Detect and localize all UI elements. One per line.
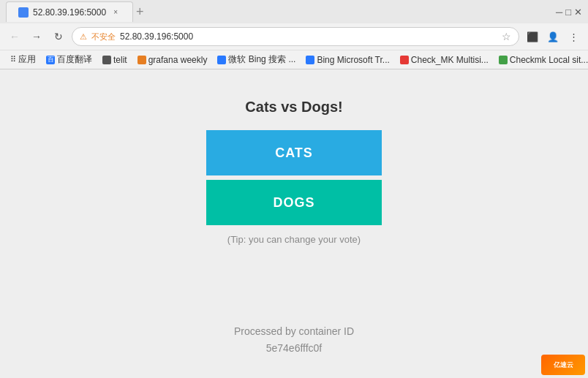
dogs-vote-button[interactable]: DOGS (206, 180, 382, 225)
minimize-button[interactable]: ─ (556, 7, 562, 18)
bookmark-telit[interactable]: telit (98, 53, 132, 67)
browser-chrome: 52.80.39.196:5000 × + ─ □ ✕ ← → ↻ ⚠ 不安全 … (0, 0, 588, 69)
footer-line2: 5e74e6fffc0f (234, 340, 354, 356)
reload-button[interactable]: ↻ (50, 28, 67, 45)
bookmark-grafana-label: grafana weekly (148, 55, 208, 65)
bookmark-bing-search[interactable]: 微软 Bing 搜索 ... (213, 52, 300, 67)
bookmark-apps[interactable]: ⠿ 应用 (6, 52, 40, 67)
footer: Processed by container ID 5e74e6fffc0f (234, 323, 354, 356)
menu-button[interactable]: ⋮ (565, 28, 582, 45)
bookmark-checkmk-multi-label: Check_MK Multisi... (411, 55, 489, 65)
active-tab[interactable]: 52.80.39.196:5000 × (6, 1, 133, 22)
checkmk-multi-favicon (400, 56, 409, 64)
bookmark-telit-label: telit (113, 55, 127, 65)
baidu-favicon: 百 (46, 56, 55, 64)
bookmark-baidu-label: 百度翻译 (57, 53, 92, 66)
bookmarks-bar: ⠿ 应用 百 百度翻译 telit grafana weekly 微软 Bing… (0, 50, 588, 69)
forward-button[interactable]: → (28, 28, 45, 45)
tab-bar: 52.80.39.196:5000 × + ─ □ ✕ (0, 0, 588, 23)
page-title: Cats vs Dogs! (245, 99, 342, 116)
bookmark-baidu[interactable]: 百 百度翻译 (42, 52, 97, 67)
checkmk-local-favicon (499, 56, 508, 64)
telit-favicon (102, 56, 111, 64)
bookmark-grafana[interactable]: grafana weekly (133, 53, 212, 67)
tab-title: 52.80.39.196:5000 (33, 7, 106, 18)
watermark: 亿速云 (541, 355, 585, 375)
profile-button[interactable]: 👤 (544, 28, 562, 45)
vote-buttons: CATS DOGS (206, 130, 382, 225)
security-label: 不安全 (91, 31, 116, 42)
bookmark-apps-label: 应用 (18, 53, 36, 66)
tab-close-button[interactable]: × (110, 7, 121, 18)
back-button[interactable]: ← (6, 28, 23, 45)
address-bar[interactable]: ⚠ 不安全 52.80.39.196:5000 ☆ (72, 27, 519, 46)
cats-vote-button[interactable]: CATS (206, 130, 382, 175)
bookmark-checkmk-local-label: Checkmk Local sit... (510, 55, 588, 65)
close-window-button[interactable]: ✕ (574, 7, 582, 18)
page-content: Cats vs Dogs! CATS DOGS (Tip: you can ch… (0, 69, 588, 378)
bookmark-star-icon[interactable]: ☆ (502, 31, 511, 42)
new-tab-button[interactable]: + (136, 4, 144, 20)
toolbar-right: ⬛ 👤 ⋮ (524, 28, 582, 45)
maximize-button[interactable]: □ (565, 7, 571, 18)
bookmark-bing-search-label: 微软 Bing 搜索 ... (228, 53, 295, 66)
nav-bar: ← → ↻ ⚠ 不安全 52.80.39.196:5000 ☆ ⬛ 👤 ⋮ (0, 23, 588, 50)
bookmark-bing-translate[interactable]: Bing Microsoft Tr... (301, 53, 393, 67)
address-text: 52.80.39.196:5000 (120, 31, 497, 42)
security-icon: ⚠ (80, 32, 87, 42)
apps-icon: ⠿ (10, 55, 16, 64)
grafana-favicon (137, 56, 146, 64)
bing-translate-favicon (306, 56, 314, 64)
vote-container: Cats vs Dogs! CATS DOGS (Tip: you can ch… (0, 99, 588, 245)
bookmark-checkmk-local[interactable]: Checkmk Local sit... (494, 53, 588, 67)
bing-search-favicon (217, 56, 226, 64)
vote-tip: (Tip: you can change your vote) (227, 234, 361, 245)
footer-line1: Processed by container ID (234, 323, 354, 339)
extensions-button[interactable]: ⬛ (524, 28, 541, 45)
bookmark-bing-translate-label: Bing Microsoft Tr... (317, 55, 389, 65)
bookmark-checkmk-multi[interactable]: Check_MK Multisi... (396, 53, 493, 67)
tab-favicon (18, 7, 29, 18)
